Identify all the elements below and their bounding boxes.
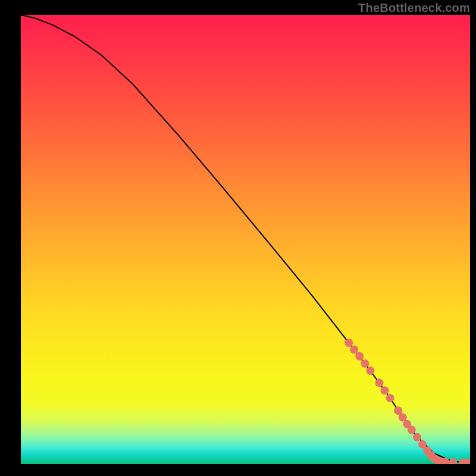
chart-svg (21, 15, 470, 464)
marker-layer (345, 339, 470, 464)
data-point (408, 426, 416, 434)
chart-stage: TheBottleneck.com (0, 0, 476, 476)
data-point (381, 386, 389, 394)
data-point (449, 458, 457, 464)
data-point (413, 433, 421, 441)
data-point (375, 378, 383, 387)
data-point (355, 352, 364, 361)
watermark-label: TheBottleneck.com (358, 1, 470, 15)
plot-area (21, 15, 470, 464)
data-point (345, 339, 353, 347)
data-point (350, 345, 358, 353)
main-curve (21, 15, 470, 463)
data-point (386, 394, 394, 402)
data-point (366, 367, 374, 375)
data-point (361, 359, 369, 368)
